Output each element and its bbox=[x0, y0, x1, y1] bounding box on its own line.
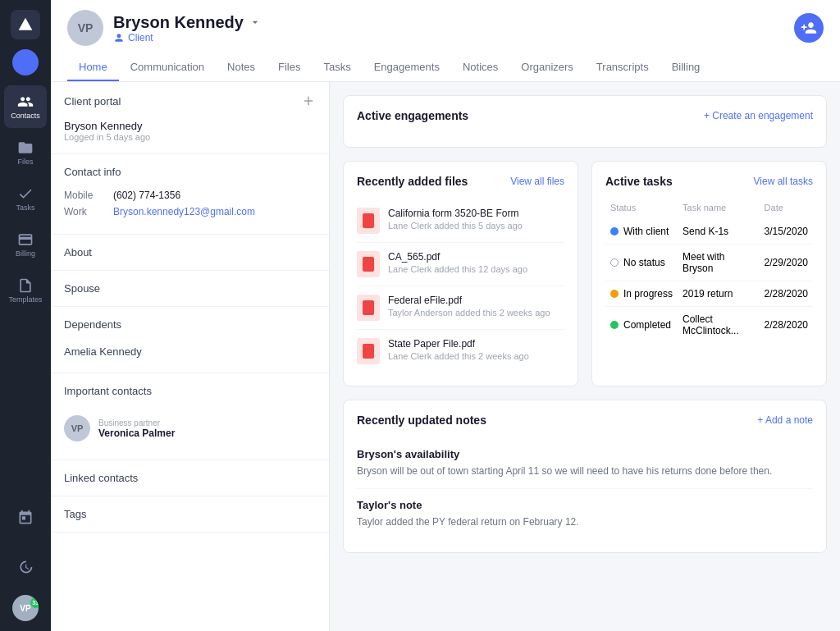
note-title: Bryson's availability bbox=[357, 448, 813, 460]
file-meta: Lane Clerk added this 2 weeks ago bbox=[388, 351, 529, 361]
sidebar-item-templates-label: Templates bbox=[8, 295, 42, 304]
create-engagement-link[interactable]: + Create an engagement bbox=[704, 110, 813, 121]
tasks-title: Active tasks bbox=[605, 175, 673, 188]
sidebar-item-billing[interactable]: Billing bbox=[4, 223, 47, 266]
note-item: Taylor's note Taylor added the PY federa… bbox=[357, 489, 813, 539]
about-section: About bbox=[51, 235, 329, 271]
app-logo bbox=[11, 10, 40, 39]
tab-organizers[interactable]: Organizers bbox=[509, 54, 585, 81]
client-portal-status: Logged in 5 days ago bbox=[64, 132, 316, 142]
user-avatar[interactable]: VP 33 bbox=[12, 595, 39, 621]
pdf-icon bbox=[357, 208, 380, 234]
sidebar-item-tasks[interactable]: Tasks bbox=[4, 177, 47, 220]
file-name[interactable]: State Paper File.pdf bbox=[388, 338, 529, 350]
main-content: VP Bryson Kennedy Client bbox=[51, 0, 840, 631]
file-item: State Paper File.pdf Lane Clerk added th… bbox=[357, 330, 564, 373]
table-row: Completed Collect McClintock... 2/28/202… bbox=[605, 307, 813, 344]
add-note-link[interactable]: + Add a note bbox=[757, 414, 813, 426]
ic-role: Business partner bbox=[98, 418, 175, 428]
contact-ic-avatar: VP bbox=[64, 415, 90, 441]
files-title: Recently added files bbox=[357, 175, 468, 188]
status-dot-with-client bbox=[610, 227, 619, 235]
col-task-name: Task name bbox=[678, 199, 760, 219]
ic-name: Veronica Palmer bbox=[98, 428, 175, 439]
important-contacts-title: Important contacts bbox=[64, 385, 152, 397]
pdf-icon bbox=[357, 295, 380, 321]
files-tasks-grid: Recently added files View all files Cali… bbox=[343, 161, 827, 386]
mobile-row: Mobile (602) 774-1356 bbox=[64, 190, 316, 201]
work-label: Work bbox=[64, 206, 105, 217]
active-tasks-card: Active tasks View all tasks Status Task … bbox=[591, 161, 827, 386]
table-row: With client Send K-1s 3/15/2020 bbox=[605, 219, 813, 245]
pdf-icon bbox=[357, 338, 380, 364]
files-list: California form 3520-BE Form Lane Clerk … bbox=[357, 199, 564, 373]
tasks-table: Status Task name Date With client Send K… bbox=[605, 199, 813, 343]
work-email[interactable]: Bryson.kennedy123@gmail.com bbox=[113, 206, 255, 217]
task-date-cell: 3/15/2020 bbox=[760, 219, 813, 245]
task-date-cell: 2/28/2020 bbox=[760, 307, 813, 344]
note-item: Bryson's availability Bryson will be out… bbox=[357, 438, 813, 489]
tab-billing[interactable]: Billing bbox=[660, 54, 712, 81]
file-name[interactable]: Federal eFile.pdf bbox=[388, 295, 550, 306]
linked-contacts-section: Linked contacts bbox=[51, 460, 329, 496]
tab-transcripts[interactable]: Transcripts bbox=[585, 54, 660, 81]
sidebar-item-templates[interactable]: Templates bbox=[4, 269, 47, 312]
tags-section: Tags bbox=[51, 496, 329, 533]
sidebar-item-tasks-label: Tasks bbox=[16, 203, 34, 212]
file-item: CA_565.pdf Lane Clerk added this 12 days… bbox=[357, 243, 564, 286]
dependents-title: Dependents bbox=[64, 318, 121, 331]
sidebar-item-contacts[interactable]: Contacts bbox=[4, 85, 47, 128]
client-portal-section: Client portal Bryson Kennedy Logged in 5… bbox=[51, 82, 329, 154]
file-name[interactable]: California form 3520-BE Form bbox=[388, 208, 523, 219]
client-portal-name: Bryson Kennedy bbox=[64, 120, 316, 132]
sidebar-item-history[interactable] bbox=[4, 546, 47, 588]
sidebar: Contacts Files Tasks Billing Templates V… bbox=[0, 0, 51, 631]
tab-communication[interactable]: Communication bbox=[119, 54, 216, 81]
task-name-cell: Collect McClintock... bbox=[678, 307, 760, 344]
status-dot-in-progress bbox=[610, 290, 619, 298]
file-meta: Lane Clerk added this 12 days ago bbox=[388, 264, 527, 274]
status-dot-no-status bbox=[610, 258, 619, 267]
task-name-cell: 2019 return bbox=[678, 281, 760, 307]
add-icon[interactable] bbox=[301, 94, 316, 108]
sidebar-item-billing-label: Billing bbox=[16, 249, 35, 258]
tab-home[interactable]: Home bbox=[67, 54, 119, 81]
about-title: About bbox=[64, 246, 92, 258]
table-row: No status Meet with Bryson 2/29/2020 bbox=[605, 245, 813, 281]
view-all-tasks-link[interactable]: View all tasks bbox=[754, 176, 813, 187]
tab-tasks[interactable]: Tasks bbox=[312, 54, 362, 81]
sidebar-item-calendar[interactable] bbox=[4, 496, 47, 539]
client-portal-user: Bryson Kennedy Logged in 5 days ago bbox=[64, 120, 316, 142]
notes-title: Recently updated notes bbox=[357, 414, 486, 427]
tab-files[interactable]: Files bbox=[267, 54, 312, 81]
task-name-cell: Send K-1s bbox=[678, 219, 760, 245]
table-row: In progress 2019 return 2/28/2020 bbox=[605, 281, 813, 307]
add-button[interactable] bbox=[12, 49, 39, 75]
note-title: Taylor's note bbox=[357, 499, 813, 511]
spouse-section: Spouse bbox=[51, 271, 329, 307]
file-name[interactable]: CA_565.pdf bbox=[388, 251, 527, 263]
file-item: California form 3520-BE Form Lane Clerk … bbox=[357, 199, 564, 243]
contact-info-title: Contact info bbox=[64, 166, 121, 178]
pdf-icon bbox=[357, 251, 380, 277]
sidebar-item-files[interactable]: Files bbox=[4, 131, 47, 174]
work-row: Work Bryson.kennedy123@gmail.com bbox=[64, 206, 316, 217]
recently-added-files-card: Recently added files View all files Cali… bbox=[343, 161, 578, 386]
status-dot-completed bbox=[610, 321, 619, 329]
contact-info-section: Contact info Mobile (602) 774-1356 Work … bbox=[51, 154, 329, 235]
add-user-button[interactable] bbox=[794, 13, 824, 43]
tab-notices[interactable]: Notices bbox=[451, 54, 509, 81]
notes-list: Bryson's availability Bryson will be out… bbox=[357, 438, 813, 539]
note-text: Bryson will be out of town starting Apri… bbox=[357, 464, 813, 478]
dependents-section: Dependents Amelia Kennedy bbox=[51, 307, 329, 373]
tags-title: Tags bbox=[64, 508, 86, 520]
view-all-files-link[interactable]: View all files bbox=[510, 176, 564, 187]
left-panel: Client portal Bryson Kennedy Logged in 5… bbox=[51, 82, 330, 631]
dependent-name: Amelia Kennedy bbox=[64, 342, 316, 361]
contact-name-area: Bryson Kennedy Client bbox=[113, 13, 262, 43]
spouse-title: Spouse bbox=[64, 282, 100, 295]
tab-notes[interactable]: Notes bbox=[216, 54, 267, 81]
chevron-down-icon[interactable] bbox=[249, 16, 262, 29]
important-contact-item: VP Business partner Veronica Palmer bbox=[64, 409, 316, 448]
tab-engagements[interactable]: Engagements bbox=[363, 54, 451, 81]
